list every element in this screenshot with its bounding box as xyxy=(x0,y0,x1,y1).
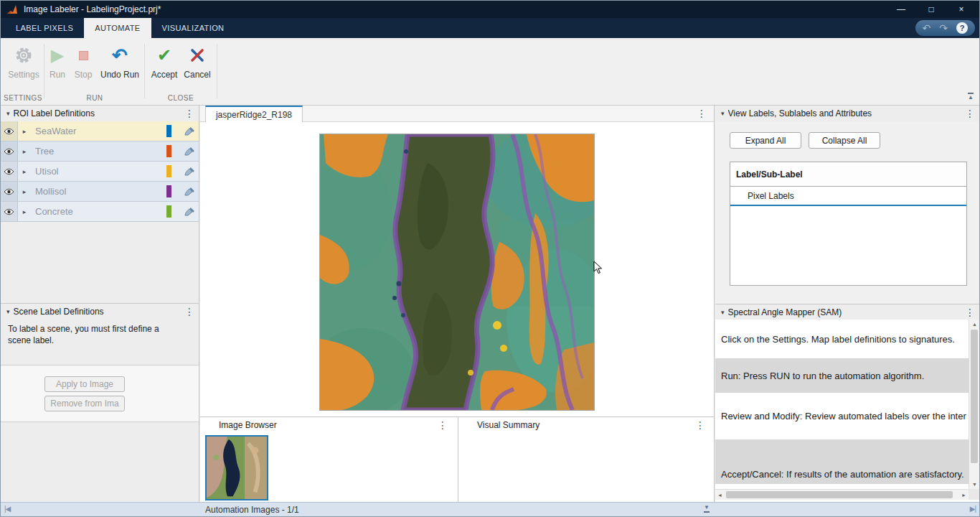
expand-all-button[interactable]: Expand All xyxy=(730,132,801,149)
expander-icon[interactable]: ▸ xyxy=(18,148,31,155)
gear-icon xyxy=(14,44,33,67)
kebab-menu-icon[interactable]: ⋮ xyxy=(965,108,974,119)
collapse-caret-icon[interactable]: ▾ xyxy=(6,308,10,315)
run-button[interactable]: ▶ Run xyxy=(45,44,70,80)
sam-step[interactable]: Run: Press RUN to run the automation alg… xyxy=(715,358,969,393)
kebab-menu-icon[interactable]: ⋮ xyxy=(695,419,705,431)
visual-summary-title: Visual Summary xyxy=(458,417,714,432)
tab-label-pixels[interactable]: LABEL PIXELS xyxy=(5,18,84,38)
scroll-down-icon[interactable]: ▼ xyxy=(970,480,979,489)
document-tabbar: jasperRidge2_R198 ⋮ xyxy=(200,106,714,122)
eye-icon[interactable] xyxy=(1,162,18,181)
eye-icon[interactable] xyxy=(1,202,18,221)
expander-icon[interactable]: ▸ xyxy=(18,128,31,135)
close-button[interactable]: × xyxy=(956,1,966,18)
roi-label-name: Tree xyxy=(31,146,166,157)
eye-icon[interactable] xyxy=(1,121,18,141)
minimize-button[interactable]: — xyxy=(896,1,906,18)
workspace: ▾ ROI Label Definitions ⋮ ▸ SeaWater xyxy=(1,106,979,502)
left-pane: ▾ ROI Label Definitions ⋮ ▸ SeaWater xyxy=(1,106,199,502)
roi-label-row-concrete[interactable]: ▸ Concrete xyxy=(1,202,199,222)
brush-icon[interactable] xyxy=(180,146,199,157)
browser-strip: Image Browser ⋮ Visual Summary ⋮ xyxy=(200,416,714,502)
scroll-right-icon[interactable]: ► xyxy=(959,490,969,500)
collapse-all-button[interactable]: Collapse All xyxy=(809,132,880,149)
settings-button[interactable]: Settings xyxy=(4,44,44,80)
scene-panel-header: ▾ Scene Label Definitions ⋮ xyxy=(1,303,199,319)
brush-icon[interactable] xyxy=(180,187,199,197)
image-browser-title: Image Browser xyxy=(200,417,458,432)
sam-step[interactable]: Accept/Cancel: If results of the automat… xyxy=(715,439,969,484)
vertical-scroll-thumb[interactable] xyxy=(971,330,978,463)
roi-label-row-seawater[interactable]: ▸ SeaWater xyxy=(1,121,199,141)
tab-visualization[interactable]: VISUALIZATION xyxy=(151,18,235,38)
undo-icon[interactable]: ↶ xyxy=(923,23,931,33)
collapse-caret-icon[interactable]: ▾ xyxy=(6,110,10,117)
roi-label-row-utisol[interactable]: ▸ Utisol xyxy=(1,162,199,182)
play-icon: ▶ xyxy=(51,44,64,67)
brush-icon[interactable] xyxy=(180,207,199,217)
cancel-button[interactable]: Cancel xyxy=(182,44,213,80)
undo-run-button[interactable]: ↶ Undo Run xyxy=(97,44,143,80)
thumbnail-image[interactable] xyxy=(205,435,268,500)
roi-label-name: SeaWater xyxy=(31,126,166,136)
table-column-header: Label/Sub-Label xyxy=(730,162,966,187)
vertical-scrollbar[interactable]: ▲ ▼ xyxy=(969,320,979,489)
collapse-toolstrip-icon[interactable]: ▲ xyxy=(968,93,974,101)
eye-icon[interactable] xyxy=(1,141,18,161)
tab-automate[interactable]: AUTOMATE xyxy=(84,18,151,38)
redo-icon[interactable]: ↷ xyxy=(939,23,948,33)
collapse-caret-icon[interactable]: ▾ xyxy=(721,309,725,316)
document-tab[interactable]: jasperRidge2_R198 xyxy=(205,106,303,122)
kebab-menu-icon[interactable]: ⋮ xyxy=(438,419,448,431)
quick-access-toolbar: ↶ ↷ ? xyxy=(915,20,975,36)
kebab-menu-icon[interactable]: ⋮ xyxy=(965,307,974,318)
horizontal-scrollbar[interactable]: ◄ ► xyxy=(715,489,969,500)
kebab-menu-icon[interactable]: ⋮ xyxy=(184,108,193,119)
table-row-pixel-labels[interactable]: Pixel Labels xyxy=(730,187,966,206)
color-swatch[interactable] xyxy=(166,145,171,157)
remove-from-image-button[interactable]: Remove from Ima xyxy=(44,396,125,411)
last-image-icon[interactable]: ▶| xyxy=(970,505,976,513)
image-canvas[interactable] xyxy=(200,122,714,416)
roi-label-row-tree[interactable]: ▸ Tree xyxy=(1,141,199,162)
toolbar-divider xyxy=(44,44,44,98)
scene-actions-box: Apply to Image Remove from Ima xyxy=(1,365,199,422)
color-swatch[interactable] xyxy=(166,165,171,177)
roi-label-row-mollisol[interactable]: ▸ Mollisol xyxy=(1,182,199,202)
expander-icon[interactable]: ▸ xyxy=(18,208,31,215)
toolbar-divider xyxy=(217,44,217,98)
color-swatch[interactable] xyxy=(166,205,171,218)
center-pane: jasperRidge2_R198 ⋮ xyxy=(200,106,715,502)
scroll-up-icon[interactable]: ▲ xyxy=(970,320,979,329)
expander-icon[interactable]: ▸ xyxy=(18,188,31,195)
brush-icon[interactable] xyxy=(180,167,199,177)
group-caption-run: RUN xyxy=(45,94,144,102)
mouse-cursor xyxy=(593,261,603,275)
horizontal-scroll-thumb[interactable] xyxy=(726,491,953,498)
scroll-left-icon[interactable]: ◄ xyxy=(715,490,725,500)
apply-to-image-button[interactable]: Apply to Image xyxy=(44,376,125,392)
sam-step[interactable]: Click on the Settings. Map label definit… xyxy=(715,320,969,358)
color-swatch[interactable] xyxy=(166,125,171,137)
help-icon[interactable]: ? xyxy=(956,22,968,34)
eye-icon[interactable] xyxy=(1,182,18,201)
window-title: Image Labeler - LabelingProject.prj* xyxy=(24,4,161,14)
classification-image[interactable] xyxy=(320,134,594,410)
kebab-menu-icon[interactable]: ⋮ xyxy=(184,306,193,317)
undo-run-label: Undo Run xyxy=(100,70,139,80)
brush-icon[interactable] xyxy=(180,126,199,136)
sam-panel-header: ▾ Spectral Angle Mapper (SAM) ⋮ xyxy=(715,304,979,320)
stop-button[interactable]: Stop xyxy=(71,44,95,80)
kebab-menu-icon[interactable]: ⋮ xyxy=(697,108,707,119)
collapse-panel-icon[interactable]: ▼ xyxy=(704,505,710,513)
maximize-button[interactable]: □ xyxy=(926,1,936,18)
first-image-icon[interactable]: |◀ xyxy=(4,505,10,513)
expander-icon[interactable]: ▸ xyxy=(18,168,31,175)
stop-label: Stop xyxy=(75,70,93,80)
sam-step[interactable]: Review and Modify: Review automated labe… xyxy=(715,393,969,439)
accept-label: Accept xyxy=(151,70,178,80)
color-swatch[interactable] xyxy=(166,185,171,197)
collapse-caret-icon[interactable]: ▾ xyxy=(721,110,725,117)
accept-button[interactable]: ✔ Accept xyxy=(149,44,180,80)
